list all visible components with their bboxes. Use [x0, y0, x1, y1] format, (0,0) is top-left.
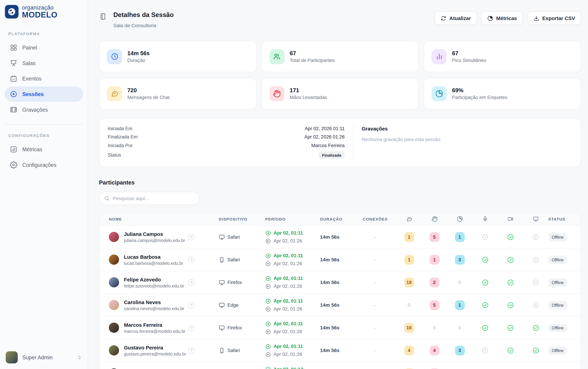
- sidebar-toggle-icon[interactable]: [99, 12, 107, 20]
- table-row[interactable]: Rodrigo Pinto ? Safari Apr 02, 01:12 13m…: [99, 362, 581, 369]
- sidebar-item-eventos[interactable]: Eventos: [4, 71, 83, 86]
- table-row[interactable]: Lucas Barbosa lucas.barbosa@modelo.edu.b…: [99, 248, 581, 271]
- leave-arrow-icon: [265, 261, 271, 266]
- table-row[interactable]: Gustavo Pereira gustavo.pereira@modelo.e…: [99, 339, 581, 362]
- mic-column-icon: [482, 216, 488, 222]
- period-cell: Apr 02, 01:11 Apr 02, 01:26: [265, 230, 320, 244]
- joined-time: Apr 02, 01:11: [274, 230, 303, 236]
- polls-count-badge: 0: [455, 323, 465, 333]
- col-header-dispositivo: DISPOSITIVO: [219, 216, 265, 221]
- stat-label: Total de Participantes: [290, 58, 335, 63]
- device-name: Edge: [227, 302, 238, 308]
- col-header-conexoes: CONEXÕES: [363, 216, 388, 221]
- left-time: Apr 02, 01:26: [274, 306, 302, 312]
- info-value-started: Apr 02, 2026 01:11: [305, 126, 344, 131]
- polls-count-badge: 3: [455, 346, 465, 355]
- sidebar-item-painel[interactable]: Painel: [4, 40, 83, 55]
- col-header-periodo: PERÍODO: [265, 216, 320, 221]
- chat-icon: [107, 86, 122, 101]
- period-cell: Apr 02, 01:11 Apr 02, 01:26: [265, 298, 320, 312]
- mic-status-icon: [482, 347, 488, 354]
- sidebar-section-plataforma: PLATAFORMA: [0, 31, 88, 36]
- export-csv-label: Exportar CSV: [542, 15, 575, 21]
- col-header-status: STATUS: [548, 216, 571, 221]
- room-link[interactable]: Sala de Consultoria: [113, 23, 174, 28]
- page-header: Detalhes da Sessão Sala de Consultoria A…: [99, 11, 581, 28]
- help-icon[interactable]: ?: [188, 302, 195, 308]
- help-icon[interactable]: ?: [188, 256, 195, 263]
- connections-value: –: [374, 302, 377, 308]
- connections-value: –: [374, 257, 377, 263]
- participant-email: carolina.neves@modelo.edu.br: [124, 306, 184, 311]
- status-badge: Finalizada: [319, 151, 344, 159]
- avatar: [109, 232, 119, 242]
- metrics-button[interactable]: Métricas: [481, 11, 523, 25]
- main-content: Detalhes da Sessão Sala de Consultoria A…: [88, 0, 588, 369]
- leave-arrow-icon: [265, 284, 271, 289]
- export-csv-button[interactable]: Exportar CSV: [528, 11, 581, 25]
- duration-value: 14m 56s: [320, 279, 354, 285]
- stat-value: 14m 56s: [127, 50, 150, 56]
- sidebar-item-metricas[interactable]: Métricas: [4, 142, 83, 157]
- sidebar-item-gravacoes[interactable]: Gravações: [4, 102, 83, 117]
- table-row[interactable]: Marcos Ferreira marcos.ferreira@modelo.e…: [99, 317, 581, 339]
- session-details-page: organização MODELO PLATAFORMA Painel Sal…: [0, 0, 588, 369]
- info-label-started-by: Iniciada Por: [108, 143, 133, 148]
- session-info-fields: Iniciada EmApr 02, 2026 01:11 Finalizada…: [108, 126, 345, 159]
- chat-count-badge: 16: [404, 323, 414, 333]
- hands-count-badge: 5: [429, 300, 439, 310]
- joined-time: Apr 02, 01:11: [274, 298, 303, 304]
- stat-label: Mensagens de Chat: [127, 95, 169, 100]
- hands-count-badge: 1: [429, 255, 439, 265]
- search-input[interactable]: [113, 195, 195, 201]
- info-value-ended: Apr 02, 2026 01:26: [304, 134, 344, 140]
- participants-search[interactable]: [99, 192, 199, 205]
- participant-name: Carolina Neves: [124, 299, 184, 305]
- chevrons-up-down-icon[interactable]: [77, 354, 82, 360]
- stat-value: 67: [290, 50, 335, 56]
- chat-count-badge: 4: [404, 346, 414, 355]
- org-logo: organização MODELO: [0, 0, 88, 19]
- help-icon[interactable]: ?: [188, 325, 195, 331]
- bar-chart-icon: [432, 49, 447, 64]
- stats-grid: 14m 56sDuração 67Total de Participantes …: [99, 41, 581, 109]
- period-cell: Apr 02, 01:11 Apr 02, 01:26: [265, 253, 320, 266]
- table-row[interactable]: Felipe Azevedo felipe.azevedo@modelo.edu…: [99, 271, 581, 294]
- polls-count-badge: 3: [455, 255, 465, 265]
- help-icon[interactable]: ?: [188, 234, 195, 240]
- screen-status-icon: [532, 324, 539, 331]
- device-cell: Edge: [219, 302, 265, 308]
- table-header: NOME DISPOSITIVO PERÍODO DURAÇÃO CONEXÕE…: [99, 212, 581, 226]
- refresh-button[interactable]: Atualizar: [435, 11, 477, 25]
- duration-value: 14m 56s: [320, 257, 354, 263]
- col-header-duracao: DURAÇÃO: [320, 216, 354, 221]
- joined-time: Apr 02, 01:11: [274, 344, 303, 349]
- info-label-status: Status: [108, 153, 121, 158]
- connections-value: –: [374, 234, 377, 240]
- sidebar-item-salas[interactable]: Salas: [4, 56, 83, 71]
- screen-status-icon: [532, 279, 539, 286]
- sidebar: organização MODELO PLATAFORMA Painel Sal…: [0, 0, 88, 369]
- left-time: Apr 02, 01:26: [274, 352, 302, 357]
- vertical-divider: [353, 126, 353, 159]
- sidebar-item-configuracoes[interactable]: Configurações: [4, 157, 83, 172]
- participant-cell: Lucas Barbosa lucas.barbosa@modelo.edu.b…: [109, 254, 219, 265]
- screen-status-icon: [532, 234, 539, 240]
- refresh-label: Atualizar: [449, 15, 471, 21]
- user-switcher[interactable]: Super Admin: [0, 348, 88, 369]
- help-icon[interactable]: ?: [188, 347, 195, 354]
- recordings-empty-text: Nenhuma gravação para esta sessão.: [362, 137, 441, 142]
- table-row[interactable]: Carolina Neves carolina.neves@modelo.edu…: [99, 294, 581, 317]
- chat-column-icon: [406, 216, 412, 222]
- screen-status-icon: [532, 302, 539, 308]
- avatar: [109, 277, 119, 287]
- leave-arrow-icon: [265, 306, 271, 312]
- table-row[interactable]: Juliana Campos juliana.campos@modelo.edu…: [99, 226, 581, 248]
- sidebar-item-sessoes[interactable]: Sessões: [4, 87, 83, 102]
- stat-value: 67: [452, 50, 486, 56]
- device-name: Firefox: [227, 325, 242, 330]
- help-icon[interactable]: ?: [188, 279, 195, 286]
- device-icon: [219, 347, 225, 353]
- status-badge: Offline: [548, 346, 567, 354]
- camera-status-icon: [507, 256, 514, 263]
